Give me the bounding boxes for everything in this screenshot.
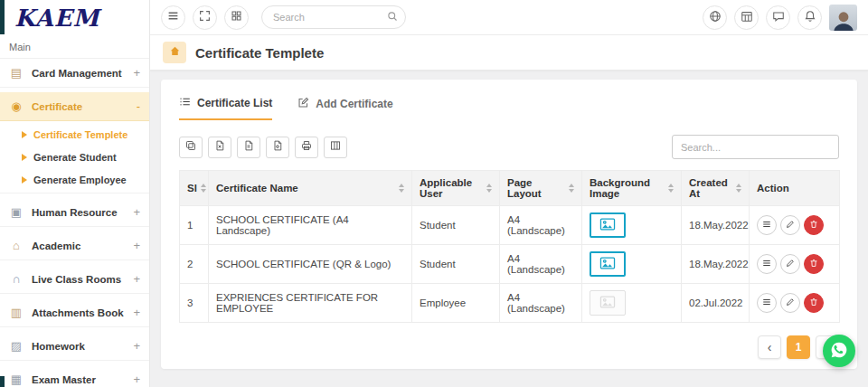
export-pdf-button[interactable] bbox=[266, 137, 289, 158]
cell-background-image bbox=[582, 245, 682, 284]
export-excel-button[interactable] bbox=[208, 137, 231, 158]
background-image-thumbnail[interactable] bbox=[590, 290, 626, 316]
messages-button[interactable] bbox=[766, 5, 790, 30]
table-row: 2 SCHOOL CERTIFICATE (QR & Logo) Student… bbox=[180, 245, 840, 284]
whatsapp-button[interactable] bbox=[823, 335, 855, 367]
hamburger-icon bbox=[167, 10, 179, 24]
list-icon bbox=[179, 96, 191, 110]
picture-icon bbox=[599, 218, 616, 232]
menu-toggle-button[interactable] bbox=[161, 5, 185, 30]
sidebar-item-exam-master[interactable]: ▦ Exam Master + bbox=[0, 365, 149, 387]
home-button[interactable] bbox=[163, 42, 186, 63]
sidebar-item-certificate[interactable]: ◉ Certificate - bbox=[0, 92, 149, 121]
file-csv-icon bbox=[243, 140, 254, 154]
tab-add-certificate[interactable]: Add Certificate bbox=[297, 96, 392, 120]
row-menu-button[interactable] bbox=[757, 215, 777, 235]
delete-button[interactable] bbox=[804, 293, 824, 313]
expand-plus-icon[interactable]: + bbox=[133, 239, 140, 252]
column-header-background-image[interactable]: Background Image bbox=[582, 171, 682, 206]
pencil-icon bbox=[786, 297, 795, 308]
certificate-card: Certificate List Add Certificate bbox=[161, 80, 857, 369]
pencil-icon bbox=[786, 259, 795, 269]
cell-certificate-name: EXPRIENCES CERTIFICATE FOR EMPLOYEE bbox=[209, 284, 412, 323]
expand-plus-icon[interactable]: + bbox=[133, 373, 140, 386]
breadcrumb: Certificate Templete bbox=[150, 35, 868, 71]
fullscreen-button[interactable] bbox=[193, 5, 217, 30]
cell-certificate-name: SCHOOL CERTIFICATE (QR & Logo) bbox=[209, 245, 412, 284]
sidebar-item-card-management[interactable]: ▤ Card Management + bbox=[0, 59, 149, 88]
printer-icon bbox=[301, 140, 312, 154]
dashboard-grid-button[interactable] bbox=[224, 5, 249, 30]
edit-button[interactable] bbox=[780, 293, 800, 313]
column-header-applicable-user[interactable]: Applicable User bbox=[412, 171, 500, 206]
sidebar-item-academic[interactable]: ⌂ Academic + bbox=[0, 231, 149, 260]
copy-button[interactable] bbox=[179, 137, 203, 158]
topbar-right-group bbox=[703, 5, 857, 31]
edit-button[interactable] bbox=[780, 215, 800, 235]
table-search-input[interactable] bbox=[672, 135, 839, 159]
tab-certificate-list[interactable]: Certificate List bbox=[179, 96, 272, 120]
pagination-prev-button[interactable]: ‹ bbox=[758, 335, 781, 359]
tabs: Certificate List Add Certificate bbox=[179, 96, 839, 120]
edit-square-icon bbox=[297, 97, 309, 111]
column-visibility-button[interactable] bbox=[324, 137, 347, 158]
monitor-icon: ▣ bbox=[9, 205, 24, 219]
sidebar-subitem-certificate-templete[interactable]: Certificate Templete bbox=[0, 123, 149, 146]
background-image-thumbnail[interactable] bbox=[590, 212, 626, 238]
notifications-button[interactable] bbox=[797, 5, 822, 30]
global-search bbox=[261, 5, 406, 29]
globe-icon bbox=[709, 10, 722, 25]
cell-background-image bbox=[582, 284, 682, 323]
sort-icon bbox=[201, 184, 206, 193]
pagination: ‹ 1 › bbox=[179, 335, 839, 359]
column-header-action: Action bbox=[750, 171, 840, 206]
sidebar-item-homework[interactable]: ▨ Homework + bbox=[0, 332, 149, 361]
column-header-created-at[interactable]: Created At bbox=[682, 171, 750, 206]
caret-right-icon bbox=[22, 176, 27, 184]
global-search-input[interactable] bbox=[261, 5, 406, 29]
chat-icon bbox=[772, 10, 785, 25]
tab-label: Add Certificate bbox=[316, 98, 392, 110]
hamburger-icon bbox=[762, 259, 771, 269]
cell-page-layout: A4 (Landscape) bbox=[500, 206, 582, 245]
sidebar-item-attachments-book[interactable]: ▥ Attachments Book + bbox=[0, 298, 149, 327]
cell-page-layout: A4 (Landscape) bbox=[500, 284, 582, 323]
export-csv-button[interactable] bbox=[237, 137, 260, 158]
sidebar-section-label: Main bbox=[0, 36, 149, 58]
table-search bbox=[672, 135, 839, 159]
row-menu-button[interactable] bbox=[757, 254, 777, 274]
apps-button[interactable] bbox=[734, 5, 759, 30]
headphones-icon: ∩ bbox=[9, 272, 24, 286]
user-avatar[interactable] bbox=[829, 5, 857, 31]
certificate-submenu: Certificate Templete Generate Student Ge… bbox=[0, 121, 149, 194]
column-header-page-layout[interactable]: Page Layout bbox=[500, 171, 582, 206]
collapse-minus-icon[interactable]: - bbox=[137, 99, 140, 113]
cell-sl: 2 bbox=[180, 245, 209, 284]
sidebar-subitem-generate-employee[interactable]: Generate Employee bbox=[0, 168, 149, 191]
expand-plus-icon[interactable]: + bbox=[133, 205, 140, 219]
page-title: Certificate Templete bbox=[195, 45, 324, 61]
sidebar-item-live-class-rooms[interactable]: ∩ Live Class Rooms + bbox=[0, 265, 149, 294]
delete-button[interactable] bbox=[804, 215, 824, 235]
delete-button[interactable] bbox=[804, 254, 824, 274]
expand-plus-icon[interactable]: + bbox=[133, 306, 140, 319]
expand-plus-icon[interactable]: + bbox=[133, 66, 140, 80]
background-image-thumbnail[interactable] bbox=[590, 251, 626, 277]
column-header-sl[interactable]: Sl bbox=[180, 171, 209, 206]
pagination-page-1[interactable]: 1 bbox=[787, 335, 810, 359]
sidebar-subitem-generate-student[interactable]: Generate Student bbox=[0, 146, 149, 168]
calendar-grid-icon bbox=[741, 10, 753, 25]
column-header-certificate-name[interactable]: Certificate Name bbox=[209, 171, 412, 206]
tab-label: Certificate List bbox=[197, 97, 272, 109]
print-button[interactable] bbox=[295, 137, 318, 158]
expand-plus-icon[interactable]: + bbox=[133, 339, 140, 353]
edit-button[interactable] bbox=[780, 254, 800, 274]
expand-plus-icon[interactable]: + bbox=[133, 272, 140, 286]
cell-applicable-user: Student bbox=[412, 245, 500, 284]
edge-accent-bottom bbox=[0, 376, 5, 387]
language-button[interactable] bbox=[703, 5, 727, 30]
sidebar-item-human-resource[interactable]: ▣ Human Resource + bbox=[0, 198, 149, 227]
row-menu-button[interactable] bbox=[757, 293, 777, 313]
brand-logo[interactable]: KAEM bbox=[0, 0, 149, 36]
table-header-row: Sl Certificate Name Applicable User Page… bbox=[180, 171, 840, 206]
